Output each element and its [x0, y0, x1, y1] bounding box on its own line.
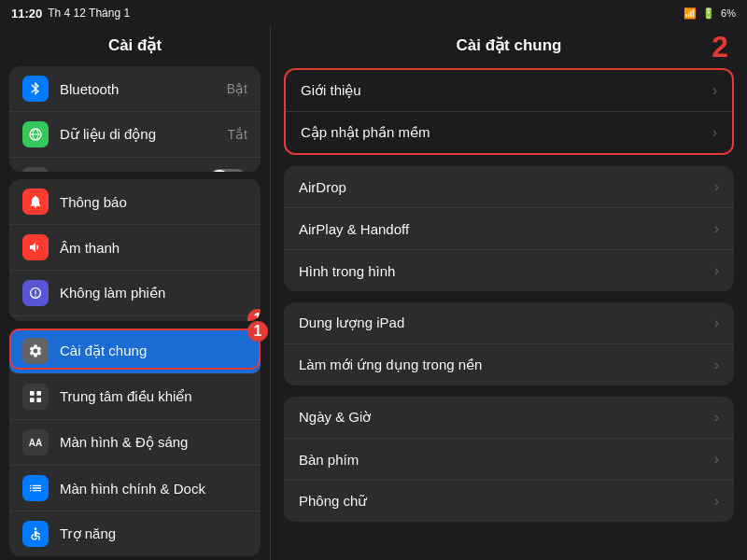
- vpn-icon: VPN: [22, 167, 49, 172]
- bluetooth-icon: [22, 76, 49, 102]
- content-group-storage: Dung lượng iPad › Làm mới ứng dụng trong…: [284, 302, 734, 385]
- main-layout: Cài đặt Bluetooth Bật Dữ liệu di động Tắ…: [0, 26, 747, 560]
- content-group-intro: Giới thiệu › Cập nhật phần mềm ›: [284, 68, 734, 155]
- battery-percent: 6%: [721, 7, 736, 19]
- display-label: Màn hình & Độ sáng: [60, 434, 247, 451]
- general-icon: [22, 338, 49, 364]
- about-label: Giới thiệu: [301, 82, 712, 99]
- content-item-software-update[interactable]: Cập nhật phần mềm ›: [286, 112, 732, 153]
- sidebar: Cài đặt Bluetooth Bật Dữ liệu di động Tắ…: [0, 26, 271, 560]
- sidebar-title: Cài đặt: [0, 26, 270, 63]
- content-header: Cài đặt chung 2: [271, 26, 747, 63]
- content-item-airplay[interactable]: AirPlay & Handoff ›: [284, 208, 734, 250]
- content-item-about[interactable]: Giới thiệu ›: [286, 70, 732, 112]
- sidebar-group-general: Cài đặt chung Trung tâm điều khiển AA Mà…: [9, 329, 261, 556]
- sidebar-item-general[interactable]: Cài đặt chung: [9, 329, 261, 374]
- datetime-label: Ngày & Giờ: [299, 409, 714, 426]
- datetime-chevron: ›: [714, 409, 719, 426]
- sidebar-item-vpn[interactable]: VPN VPN: [9, 158, 261, 172]
- status-right: 📶 🔋 6%: [684, 7, 736, 20]
- bluetooth-value: Bật: [227, 81, 247, 96]
- display-icon: AA: [22, 429, 49, 455]
- ipad-storage-label: Dung lượng iPad: [299, 315, 714, 331]
- mobile-data-icon: [22, 121, 49, 147]
- background-app-chevron: ›: [714, 357, 719, 373]
- content-group-datetime: Ngày & Giờ › Bàn phím › Phông chữ ›: [284, 397, 734, 522]
- sidebar-item-control-center[interactable]: Trung tâm điều khiển: [9, 374, 261, 420]
- vpn-toggle[interactable]: [208, 169, 247, 172]
- software-update-chevron: ›: [712, 124, 717, 141]
- notifications-icon: [22, 189, 49, 215]
- home-dock-icon: [22, 475, 49, 501]
- sidebar-group-general-wrapper: 1 Cài đặt chung Trung tâm điều khiển AA: [9, 329, 261, 556]
- sounds-label: Âm thanh: [60, 240, 247, 256]
- pip-label: Hình trong hình: [299, 263, 714, 279]
- accessibility-label: Trợ năng: [60, 525, 247, 542]
- sidebar-item-focus[interactable]: Không làm phiền: [9, 271, 261, 316]
- sidebar-group-connectivity: Bluetooth Bật Dữ liệu di động Tắt VPN VP…: [9, 66, 261, 172]
- general-label: Cài đặt chung: [60, 343, 247, 359]
- keyboard-label: Bàn phím: [299, 452, 714, 468]
- content-item-pip[interactable]: Hình trong hình ›: [284, 250, 734, 291]
- content-item-keyboard[interactable]: Bàn phím ›: [284, 439, 734, 481]
- wifi-icon: 📶: [684, 7, 697, 20]
- home-dock-label: Màn hình chính & Dock: [60, 481, 247, 497]
- notifications-label: Thông báo: [60, 194, 247, 210]
- sidebar-item-mobile-data[interactable]: Dữ liệu di động Tắt: [9, 112, 261, 158]
- accessibility-icon: [22, 521, 49, 547]
- badge-1-display: 1: [247, 321, 268, 342]
- ipad-storage-chevron: ›: [714, 315, 719, 331]
- focus-icon: [22, 280, 49, 306]
- content-item-datetime[interactable]: Ngày & Giờ ›: [284, 397, 734, 439]
- mobile-data-value: Tắt: [228, 127, 247, 142]
- content-item-airdrop[interactable]: AirDrop ›: [284, 166, 734, 208]
- toggle-knob: [209, 170, 230, 172]
- svg-point-6: [35, 527, 37, 530]
- svg-rect-5: [36, 398, 41, 402]
- pip-chevron: ›: [714, 262, 719, 279]
- date: Th 4 12 Tháng 1: [48, 7, 130, 20]
- font-label: Phông chữ: [299, 493, 714, 510]
- keyboard-chevron: ›: [714, 451, 719, 468]
- content-item-font[interactable]: Phông chữ ›: [284, 481, 734, 522]
- airplay-chevron: ›: [714, 220, 719, 237]
- svg-rect-2: [30, 391, 35, 396]
- airdrop-chevron: ›: [714, 178, 719, 195]
- control-center-icon: [22, 384, 49, 410]
- sidebar-item-notifications[interactable]: Thông báo: [9, 179, 261, 225]
- bluetooth-label: Bluetooth: [60, 81, 227, 97]
- sounds-icon: [22, 234, 49, 260]
- focus-label: Không làm phiền: [60, 285, 247, 301]
- sidebar-item-screentime[interactable]: Thời gian sử dụng 1: [9, 316, 261, 321]
- sidebar-item-sounds[interactable]: Âm thanh: [9, 225, 261, 271]
- sidebar-item-bluetooth[interactable]: Bluetooth Bật: [9, 66, 261, 112]
- control-center-label: Trung tâm điều khiển: [60, 388, 247, 405]
- status-bar: 11:20 Th 4 12 Tháng 1 📶 🔋 6%: [0, 0, 747, 26]
- svg-rect-4: [30, 398, 35, 402]
- badge-2: 2: [712, 30, 728, 64]
- about-chevron: ›: [712, 82, 717, 99]
- background-app-label: Làm mới ứng dụng trong nền: [299, 357, 714, 373]
- content-item-ipad-storage[interactable]: Dung lượng iPad ›: [284, 302, 734, 344]
- content-title: Cài đặt chung: [457, 35, 562, 55]
- content-panel: Cài đặt chung 2 Giới thiệu › Cập nhật ph…: [271, 26, 747, 560]
- sidebar-item-home-dock[interactable]: Màn hình chính & Dock: [9, 466, 261, 511]
- airplay-label: AirPlay & Handoff: [299, 221, 714, 237]
- content-group-connectivity: AirDrop › AirPlay & Handoff › Hình trong…: [284, 166, 734, 291]
- font-chevron: ›: [714, 493, 719, 510]
- time: 11:20: [11, 7, 42, 21]
- software-update-label: Cập nhật phần mềm: [301, 124, 712, 141]
- status-left: 11:20 Th 4 12 Tháng 1: [11, 7, 130, 21]
- airdrop-label: AirDrop: [299, 179, 714, 195]
- svg-rect-3: [36, 391, 41, 396]
- sidebar-item-accessibility[interactable]: Trợ năng: [9, 511, 261, 556]
- sidebar-item-display[interactable]: AA Màn hình & Độ sáng: [9, 420, 261, 466]
- mobile-data-label: Dữ liệu di động: [60, 126, 228, 143]
- battery-icon: 🔋: [702, 7, 715, 20]
- content-item-background-app[interactable]: Làm mới ứng dụng trong nền ›: [284, 344, 734, 385]
- sidebar-group-notifications: Thông báo Âm thanh Không làm phiền Thời …: [9, 179, 261, 321]
